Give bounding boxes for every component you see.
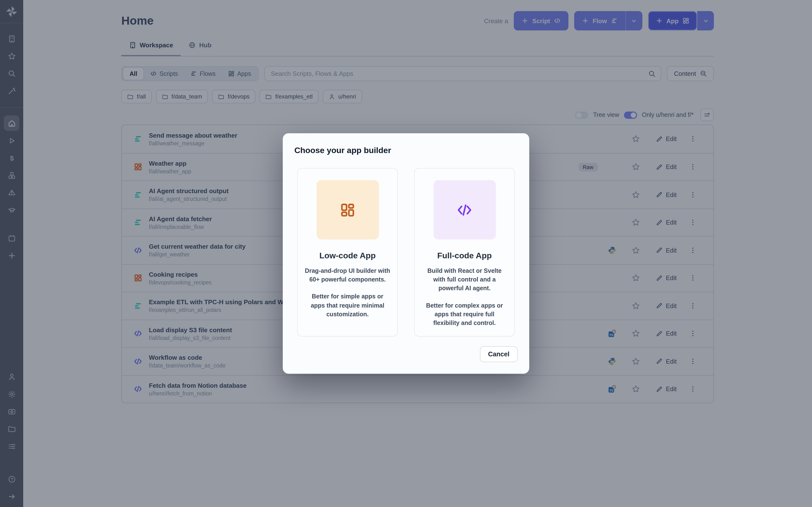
full-code-app-card[interactable]: Full-code App Build with React or Svelte… xyxy=(414,168,515,337)
option-title: Full-code App xyxy=(421,251,507,261)
modal-title: Choose your app builder xyxy=(294,146,518,156)
app-grid-icon xyxy=(340,202,355,218)
option-desc: Better for simple apps or apps that requ… xyxy=(305,292,391,319)
app-builder-modal: Choose your app builder Low-code App Dra… xyxy=(283,133,529,374)
code-icon xyxy=(457,202,472,218)
full-code-tile xyxy=(433,180,496,239)
option-title: Low-code App xyxy=(305,251,391,261)
cancel-button[interactable]: Cancel xyxy=(480,346,518,362)
option-desc: Build with React or Svelte with full con… xyxy=(421,267,507,293)
option-desc: Better for complex apps or apps that req… xyxy=(421,301,507,327)
windmill-home-page: Home Create a Script Flow xyxy=(0,0,812,507)
low-code-tile xyxy=(316,180,379,239)
low-code-app-card[interactable]: Low-code App Drag-and-drop UI builder wi… xyxy=(297,168,398,337)
option-desc: Drag-and-drop UI builder with 60+ powerf… xyxy=(305,267,391,284)
